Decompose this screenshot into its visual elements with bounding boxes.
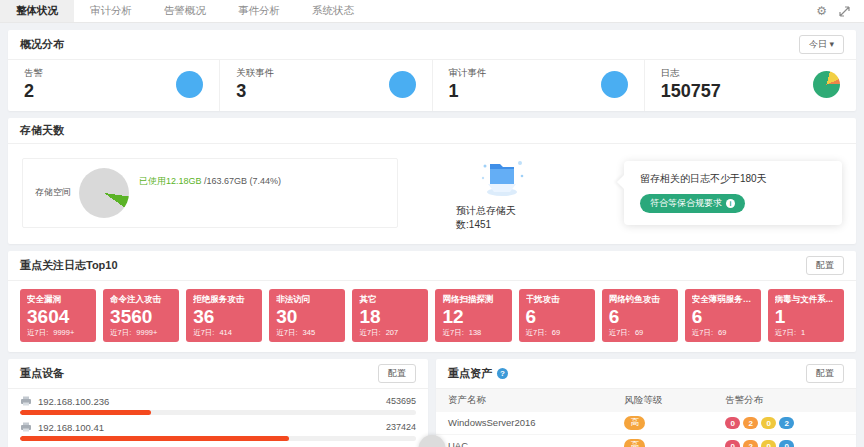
device-bar-fill <box>20 436 289 441</box>
device-bar-track <box>20 410 416 415</box>
stat-audit-events[interactable]: 审计事件 1 <box>433 60 645 111</box>
overview-title: 概况分布 <box>20 37 64 52</box>
log-pie-chart-icon <box>813 71 840 98</box>
alert-title: 命令注入攻击 <box>110 294 172 306</box>
stat-label: 告警 <box>24 67 43 80</box>
top10-card-virus-file[interactable]: 病毒与文件系... 1 近7日:1 <box>768 289 844 342</box>
alert-title: 网络钓鱼攻击 <box>609 294 671 306</box>
key-assets-card: 重点资产 ? 配置 资产名称 风险等级 告警分布 WindowsServer20… <box>436 359 856 447</box>
top10-card-dos[interactable]: 拒绝服务攻击 36 近7日:414 <box>186 289 262 342</box>
asset-name: WindowsServer2016 <box>436 412 612 435</box>
overview-card: 概况分布 今日 ▾ 告警 2 关联事件 3 审计事件 1 日志 <box>8 30 856 111</box>
storage-total-value: /163.67GB (7.44%) <box>202 176 282 186</box>
alert-value: 3560 <box>110 306 172 328</box>
alert-title: 干扰攻击 <box>526 294 588 306</box>
asset-name: UAC <box>436 434 612 447</box>
top10-card-cmd-injection[interactable]: 命令注入攻击 3560 近7日:9999+ <box>103 289 179 342</box>
asset-row[interactable]: UAC 高 0200 <box>436 434 856 447</box>
tab-system-status[interactable]: 系统状态 <box>296 0 370 22</box>
tab-overall-status[interactable]: 整体状况 <box>0 0 74 22</box>
top10-cards-row: 安全漏洞 3604 近7日:9999+ 命令注入攻击 3560 近7日:9999… <box>8 281 856 352</box>
device-icon <box>20 396 32 406</box>
device-ip: 192.168.100.41 <box>38 422 104 433</box>
storage-space-label: 存储空间 <box>35 186 71 199</box>
device-row[interactable]: 192.168.100.236 453695 <box>20 391 416 417</box>
storage-title: 存储天数 <box>20 123 64 138</box>
device-icon <box>20 422 32 432</box>
alert-title: 安全漏洞 <box>27 294 89 306</box>
device-bar-track <box>20 436 416 441</box>
device-ip: 192.168.100.236 <box>38 396 109 407</box>
key-devices-card: 重点设备 配置 192.168.100.236 453695 192.168.1… <box>8 359 428 447</box>
assets-config-button[interactable]: 配置 <box>806 364 844 383</box>
risk-badge: 高 <box>624 439 645 447</box>
event-circle-icon <box>389 71 416 98</box>
top10-card-network-scan[interactable]: 网络扫描探测 12 近7日:138 <box>435 289 511 342</box>
key-devices-title: 重点设备 <box>20 366 64 381</box>
tab-alert-overview[interactable]: 告警概况 <box>148 0 222 22</box>
alert-title: 病毒与文件系... <box>775 294 837 306</box>
storage-days-block: 预计总存储天数:1451 <box>456 154 548 232</box>
stat-value: 3 <box>236 82 274 102</box>
storage-used-value: 已使用12.18GB <box>139 176 202 186</box>
stat-value: 150757 <box>661 82 721 102</box>
risk-badge: 高 <box>624 416 645 430</box>
retention-tip-text: 留存相关的日志不少于180天 <box>640 172 824 186</box>
alert-distribution-badges: 0200 <box>725 440 794 447</box>
fullscreen-icon[interactable] <box>839 6 850 17</box>
alert-title: 安全薄弱服务攻击 <box>692 294 754 306</box>
time-range-dropdown[interactable]: 今日 ▾ <box>799 35 844 54</box>
top10-card-phishing[interactable]: 网络钓鱼攻击 6 近7日:69 <box>602 289 678 342</box>
col-asset-name: 资产名称 <box>436 389 612 412</box>
top10-card-other[interactable]: 其它 18 近7日:207 <box>352 289 428 342</box>
storage-usage-text: 已使用12.18GB /163.67GB (7.44%) <box>139 175 281 188</box>
top10-title: 重点关注日志Top10 <box>20 258 118 273</box>
stat-alerts[interactable]: 告警 2 <box>8 60 220 111</box>
help-icon[interactable]: ? <box>497 368 508 379</box>
stat-label: 关联事件 <box>236 67 274 80</box>
asset-row[interactable]: WindowsServer2016 高 0202 <box>436 412 856 435</box>
top10-config-button[interactable]: 配置 <box>806 256 844 275</box>
overview-stats-row: 告警 2 关联事件 3 审计事件 1 日志 150757 <box>8 60 856 111</box>
device-log-count: 237424 <box>386 422 416 432</box>
top10-card-security-vuln[interactable]: 安全漏洞 3604 近7日:9999+ <box>20 289 96 342</box>
stat-correlated-events[interactable]: 关联事件 3 <box>220 60 432 111</box>
alert-distribution-badges: 0202 <box>725 417 794 429</box>
settings-gear-icon[interactable]: ⚙ <box>816 5 827 17</box>
top-tab-bar: 整体状况 审计分析 告警概况 事件分析 系统状态 ⚙ <box>0 0 864 23</box>
stat-label: 日志 <box>661 67 721 80</box>
devices-config-button[interactable]: 配置 <box>378 364 416 383</box>
col-risk-level: 风险等级 <box>612 389 713 412</box>
alert-value: 3604 <box>27 306 89 328</box>
top10-card-weak-service[interactable]: 安全薄弱服务攻击 6 近7日:69 <box>685 289 761 342</box>
alert-circle-icon <box>176 71 203 98</box>
top10-card: 重点关注日志Top10 配置 安全漏洞 3604 近7日:9999+ 命令注入攻… <box>8 251 856 352</box>
key-assets-title: 重点资产 ? <box>448 366 508 381</box>
device-bar-fill <box>20 410 151 415</box>
device-row[interactable]: 192.168.100.41 237424 <box>20 417 416 443</box>
device-log-count: 453695 <box>386 396 416 406</box>
storage-usage-pie <box>79 168 129 218</box>
alert-title: 其它 <box>359 294 421 306</box>
alert-value: 6 <box>526 306 588 328</box>
stat-value: 1 <box>449 82 487 102</box>
alert-value: 30 <box>276 306 338 328</box>
top10-card-interference[interactable]: 干扰攻击 6 近7日:69 <box>519 289 595 342</box>
tab-audit-analysis[interactable]: 审计分析 <box>74 0 148 22</box>
device-row[interactable]: 192.168.100.207 2106416 <box>20 443 416 447</box>
audit-circle-icon <box>601 71 628 98</box>
col-alert-distribution: 告警分布 <box>713 389 856 412</box>
tab-event-analysis[interactable]: 事件分析 <box>222 0 296 22</box>
folder-illustration-icon <box>476 154 528 202</box>
dashboard-page: 整体状况 审计分析 告警概况 事件分析 系统状态 ⚙ 概况分布 今日 ▾ 告警 … <box>0 0 864 447</box>
alert-value: 6 <box>609 306 671 328</box>
alert-title: 拒绝服务攻击 <box>193 294 255 306</box>
top10-card-illegal-access[interactable]: 非法访问 30 近7日:345 <box>269 289 345 342</box>
stat-logs[interactable]: 日志 150757 <box>645 60 856 111</box>
stat-value: 2 <box>24 82 43 102</box>
estimated-storage-days: 预计总存储天数:1451 <box>456 204 548 232</box>
info-icon: i <box>726 199 735 208</box>
alert-value: 36 <box>193 306 255 328</box>
stat-label: 审计事件 <box>449 67 487 80</box>
compliance-badge-button[interactable]: 符合等保合规要求 i <box>640 194 745 213</box>
